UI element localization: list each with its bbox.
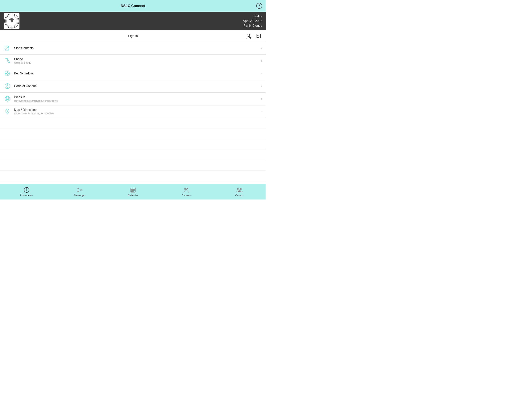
map-directions-title: Map / Directions <box>14 108 259 112</box>
bell-schedule-icon <box>4 70 11 77</box>
phone-icon <box>4 57 11 64</box>
groups-tab-label: Groups <box>235 194 244 197</box>
user-settings-button[interactable] <box>245 32 252 40</box>
school-header: NORTH SURREY LEARNING CENTRE "Striving f… <box>0 12 266 30</box>
code-of-conduct-chevron: › <box>261 84 262 88</box>
empty-row-6 <box>0 170 266 181</box>
svg-text:NORTH SURREY LEARNING: NORTH SURREY LEARNING <box>6 15 17 16</box>
calendar-tab-label: Calendar <box>128 194 138 197</box>
website-chevron: › <box>261 97 262 101</box>
bell-schedule-item[interactable]: Bell Schedule › <box>0 67 266 80</box>
checklist-button[interactable] <box>255 32 262 40</box>
svg-rect-48 <box>132 191 132 192</box>
svg-rect-49 <box>133 191 133 192</box>
phone-content: Phone (604) 583-4040 <box>14 58 259 64</box>
tab-information[interactable]: Information <box>0 187 53 197</box>
title-bar: NSLC Connect ? <box>0 0 266 12</box>
svg-rect-46 <box>133 190 133 191</box>
information-tab-label: Information <box>20 194 33 197</box>
code-of-conduct-item[interactable]: Code of Conduct › <box>0 80 266 93</box>
svg-rect-45 <box>132 190 132 191</box>
website-subtitle: surreyschools.ca/schools/northsurreylc/ <box>14 99 259 102</box>
phone-subtitle: (604) 583-4040 <box>14 61 259 64</box>
messages-icon <box>77 187 83 193</box>
map-directions-subtitle: 9260 140th St., Surrey, BC V3V 5Z4 <box>14 112 259 115</box>
empty-row-4 <box>0 149 266 160</box>
svg-point-9 <box>248 34 250 36</box>
calendar-icon <box>130 187 136 193</box>
empty-row-1 <box>0 118 266 129</box>
groups-icon <box>236 187 242 193</box>
svg-point-36 <box>7 110 8 111</box>
staff-contacts-icon <box>4 45 11 52</box>
phone-chevron: › <box>261 59 262 63</box>
phone-item[interactable]: Phone (604) 583-4040 › <box>0 55 266 67</box>
website-title: Website <box>14 96 259 99</box>
bell-schedule-content: Bell Schedule <box>14 72 259 75</box>
signin-icons <box>245 32 262 40</box>
map-directions-icon <box>4 108 11 115</box>
tab-messages[interactable]: Messages <box>53 187 106 197</box>
staff-contacts-chevron: › <box>261 46 262 50</box>
svg-point-28 <box>7 85 8 87</box>
signin-bar: Sign In <box>0 30 266 42</box>
empty-row-3 <box>0 139 266 149</box>
staff-contacts-item[interactable]: Staff Contacts › <box>0 42 266 55</box>
school-date-info: Friday April 29, 2022 Partly Cloudy <box>243 14 262 28</box>
phone-title: Phone <box>14 58 259 61</box>
classes-tab-label: Classes <box>182 194 191 197</box>
school-logo-svg: NORTH SURREY LEARNING CENTRE "Striving f… <box>5 14 19 28</box>
svg-point-57 <box>240 190 241 191</box>
code-of-conduct-title: Code of Conduct <box>14 84 259 88</box>
date-day: Friday <box>243 14 262 19</box>
svg-point-54 <box>239 188 240 189</box>
tab-classes[interactable]: Classes <box>160 187 213 197</box>
menu-list: Staff Contacts › Phone (604) 583-4040 › <box>0 42 266 181</box>
svg-point-56 <box>238 190 239 191</box>
staff-contacts-title: Staff Contacts <box>14 46 259 50</box>
staff-contacts-content: Staff Contacts <box>14 46 259 50</box>
svg-point-22 <box>7 73 8 74</box>
bell-schedule-chevron: › <box>261 72 262 75</box>
information-icon <box>24 187 30 193</box>
map-directions-item[interactable]: Map / Directions 9260 140th St., Surrey,… <box>0 105 266 118</box>
school-logo: NORTH SURREY LEARNING CENTRE "Striving f… <box>4 13 19 29</box>
code-of-conduct-content: Code of Conduct <box>14 84 259 88</box>
website-item[interactable]: Website surreyschools.ca/schools/northsu… <box>0 93 266 105</box>
tab-calendar[interactable]: Calendar <box>106 187 159 197</box>
school-logo-circle: NORTH SURREY LEARNING CENTRE "Striving f… <box>4 14 19 28</box>
empty-row-2 <box>0 129 266 139</box>
map-directions-chevron: › <box>261 110 262 113</box>
svg-point-17 <box>6 47 8 48</box>
svg-point-39 <box>26 189 27 189</box>
map-directions-content: Map / Directions 9260 140th St., Surrey,… <box>14 108 259 115</box>
signin-label: Sign In <box>128 34 138 38</box>
website-icon <box>4 95 11 102</box>
weather: Partly Cloudy <box>243 23 262 28</box>
website-content: Website surreyschools.ca/schools/northsu… <box>14 96 259 102</box>
svg-point-5 <box>11 18 12 19</box>
date-full: April 29, 2022 <box>243 19 262 23</box>
app-title: NSLC Connect <box>121 4 145 8</box>
svg-rect-47 <box>134 190 134 191</box>
main-content: Staff Contacts › Phone (604) 583-4040 › <box>0 42 266 184</box>
empty-row-5 <box>0 160 266 170</box>
messages-tab-label: Messages <box>74 194 85 197</box>
code-of-conduct-icon <box>4 83 11 90</box>
svg-text:CENTRE: CENTRE <box>10 26 13 26</box>
svg-text:"Striving for Excellence": "Striving for Excellence" <box>8 27 15 28</box>
svg-point-53 <box>237 188 239 190</box>
svg-marker-40 <box>77 188 82 192</box>
tab-groups[interactable]: Groups <box>213 187 266 197</box>
help-button[interactable]: ? <box>256 3 262 9</box>
bell-schedule-title: Bell Schedule <box>14 72 259 75</box>
svg-point-55 <box>240 188 242 190</box>
tab-bar: Information Messages Calendar <box>0 184 266 200</box>
classes-icon <box>183 187 189 193</box>
